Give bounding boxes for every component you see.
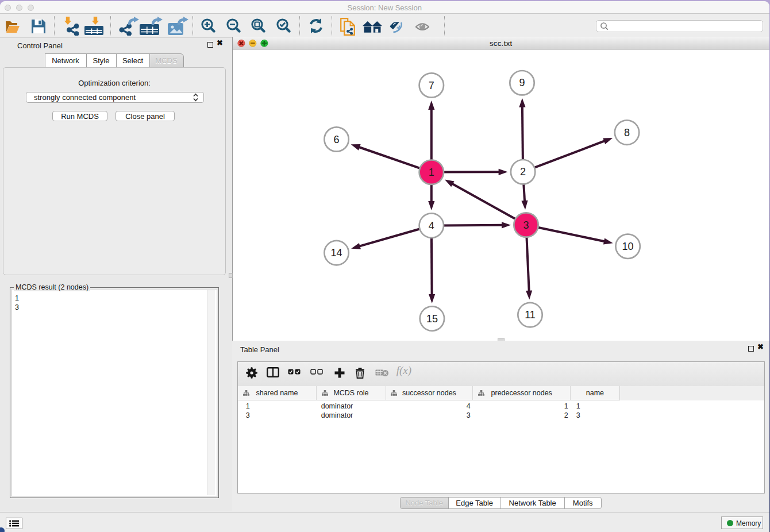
svg-text:7: 7 — [429, 80, 434, 91]
svg-text:14: 14 — [331, 247, 342, 259]
svg-text:9: 9 — [519, 77, 525, 88]
svg-text:8: 8 — [624, 127, 630, 138]
svg-text:3: 3 — [523, 219, 529, 231]
svg-text:2: 2 — [520, 166, 526, 178]
svg-text:11: 11 — [525, 309, 536, 321]
svg-text:4: 4 — [429, 220, 434, 232]
svg-text:6: 6 — [334, 134, 340, 145]
svg-text:1: 1 — [429, 167, 434, 178]
svg-text:15: 15 — [426, 313, 438, 325]
svg-text:10: 10 — [622, 241, 634, 252]
